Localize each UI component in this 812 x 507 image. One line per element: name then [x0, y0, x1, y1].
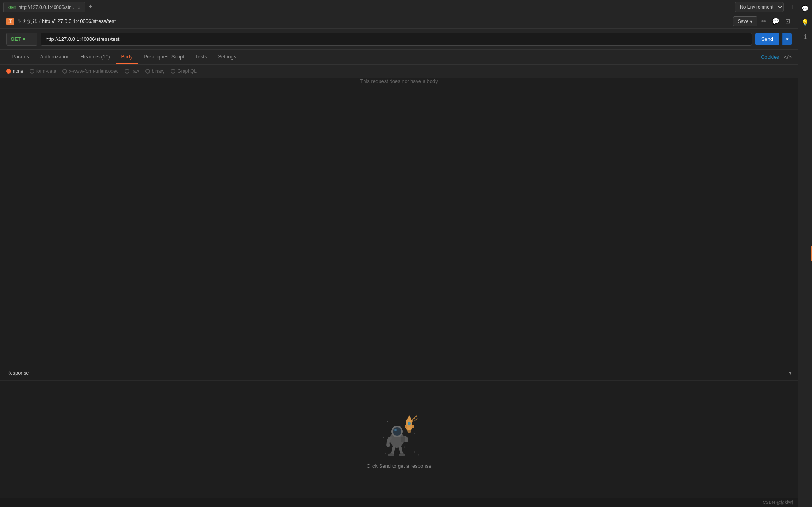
svg-point-14 — [393, 427, 401, 436]
svg-point-11 — [407, 427, 411, 433]
svg-point-18 — [388, 453, 394, 456]
svg-point-19 — [399, 453, 405, 456]
collection-icon: 压 — [6, 18, 14, 25]
svg-point-2 — [414, 433, 415, 434]
add-tab-button[interactable]: + — [85, 3, 96, 11]
body-options: none form-data x-www-form-urlencoded raw… — [0, 65, 798, 78]
response-toggle-icon[interactable]: ▾ — [789, 370, 792, 376]
body-option-form-data[interactable]: form-data — [30, 69, 56, 74]
tab-body[interactable]: Body — [116, 50, 138, 64]
body-option-none[interactable]: none — [6, 69, 23, 74]
bookmark-icon[interactable]: ⊡ — [784, 16, 792, 26]
breadcrumb-separator: / — [39, 18, 41, 24]
svg-point-22 — [414, 451, 415, 453]
active-tab[interactable]: GET http://127.0.0.1:40006/str... × — [3, 2, 85, 12]
breadcrumb-current: http://127.0.0.1:40006/stress/test — [42, 18, 116, 24]
tab-bar: GET http://127.0.0.1:40006/str... × + No… — [0, 0, 798, 14]
breadcrumb-collection[interactable]: 压力测试 — [17, 18, 37, 25]
right-sidebar: 💬 💡 ℹ — [798, 0, 812, 507]
send-arrow-icon: ▾ — [786, 36, 789, 42]
body-option-x-www-form-urlencoded[interactable]: x-www-form-urlencoded — [62, 69, 118, 74]
send-dropdown-button[interactable]: ▾ — [782, 33, 792, 45]
bulb-sidebar-button[interactable]: 💡 — [800, 17, 811, 28]
method-select[interactable]: GET ▾ — [6, 33, 37, 46]
breadcrumb-actions: Save ▾ ✏ 💬 ⊡ — [733, 16, 792, 26]
svg-marker-7 — [406, 415, 412, 421]
url-input[interactable] — [41, 33, 752, 46]
info-sidebar-button[interactable]: ℹ — [800, 31, 811, 42]
tab-method-badge: GET — [8, 5, 16, 10]
astronaut-illustration — [376, 410, 422, 457]
tab-pre-request-script[interactable]: Pre-request Script — [138, 50, 190, 64]
radio-dot-graphql — [171, 69, 175, 74]
response-empty-state: Click Send to get a response — [0, 381, 798, 498]
radio-dot-x-www — [62, 69, 67, 74]
svg-point-15 — [394, 429, 397, 431]
breadcrumb: 压力测试 / http://127.0.0.1:40006/stress/tes… — [17, 18, 116, 25]
send-button[interactable]: Send — [755, 33, 779, 45]
bottom-bar-label: CSDN @栢楗树 — [763, 500, 793, 505]
edit-icon[interactable]: ✏ — [760, 16, 768, 26]
request-tabs: Params Authorization Headers (10) Body P… — [0, 50, 798, 65]
tab-tests[interactable]: Tests — [190, 50, 212, 64]
svg-point-3 — [383, 437, 384, 438]
svg-point-5 — [404, 446, 406, 447]
tab-bar-right: No Environment ⊞ — [735, 2, 795, 12]
response-title: Response — [6, 370, 29, 376]
svg-rect-20 — [401, 437, 405, 442]
svg-point-4 — [395, 415, 395, 416]
radio-dot-form-data — [30, 69, 34, 74]
tab-authorization[interactable]: Authorization — [35, 50, 75, 64]
radio-dot-raw — [125, 69, 129, 74]
response-header[interactable]: Response ▾ — [0, 365, 798, 381]
environment-select[interactable]: No Environment — [735, 2, 784, 12]
svg-point-10 — [408, 422, 411, 425]
radio-dot-binary — [145, 69, 150, 74]
comment-sidebar-button[interactable]: 💬 — [800, 3, 811, 14]
body-option-graphql[interactable]: GraphQL — [171, 69, 196, 74]
tab-headers[interactable]: Headers (10) — [75, 50, 116, 64]
body-option-binary[interactable]: binary — [145, 69, 165, 74]
response-section: Response ▾ — [0, 365, 798, 498]
body-option-raw[interactable]: raw — [125, 69, 139, 74]
request-body-area: This request does not have a body — [0, 78, 798, 365]
svg-point-0 — [387, 421, 388, 422]
tab-close-button[interactable]: × — [78, 5, 80, 10]
response-hint: Click Send to get a response — [367, 463, 431, 469]
tab-settings[interactable]: Settings — [212, 50, 242, 64]
cookies-link[interactable]: Cookies — [761, 54, 779, 60]
comment-icon[interactable]: 💬 — [770, 16, 781, 26]
url-bar: GET ▾ Send ▾ — [0, 29, 798, 50]
svg-rect-9 — [412, 425, 414, 428]
svg-point-16 — [386, 443, 390, 447]
method-dropdown-arrow: ▾ — [23, 36, 25, 42]
tab-url-label: http://127.0.0.1:40006/str... — [19, 5, 74, 10]
code-icon[interactable]: </> — [784, 54, 792, 60]
body-placeholder: This request does not have a body — [0, 78, 798, 84]
method-label: GET — [11, 36, 21, 42]
bottom-bar: CSDN @栢楗树 — [0, 498, 798, 507]
radio-dot-none — [6, 69, 11, 74]
tab-params[interactable]: Params — [6, 50, 35, 64]
grid-icon[interactable]: ⊞ — [787, 2, 795, 12]
svg-point-23 — [418, 454, 419, 455]
save-button[interactable]: Save ▾ — [733, 16, 757, 26]
svg-point-21 — [385, 453, 386, 454]
breadcrumb-bar: 压 压力测试 / http://127.0.0.1:40006/stress/t… — [0, 14, 798, 29]
svg-rect-8 — [405, 425, 407, 428]
